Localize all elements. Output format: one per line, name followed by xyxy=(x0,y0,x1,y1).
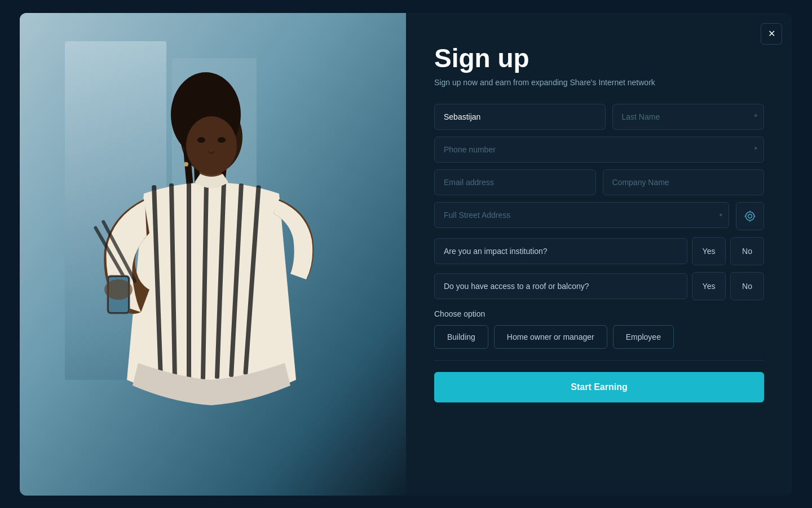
company-input[interactable] xyxy=(603,169,765,195)
close-button[interactable]: ✕ xyxy=(761,23,782,45)
name-row: * xyxy=(434,104,764,130)
option-employee-button[interactable]: Employee xyxy=(613,325,674,349)
email-company-row xyxy=(434,169,764,195)
option-building-button[interactable]: Building xyxy=(434,325,488,349)
svg-point-22 xyxy=(104,279,133,300)
roof-question: Do you have access to a roof or balcony? xyxy=(434,273,687,299)
svg-point-23 xyxy=(184,162,188,167)
first-name-input[interactable] xyxy=(434,104,606,130)
modal-image-panel xyxy=(20,13,406,496)
last-name-wrapper: * xyxy=(612,104,765,130)
phone-input[interactable] xyxy=(434,137,764,163)
svg-point-25 xyxy=(197,137,205,143)
phone-wrapper: * xyxy=(434,137,764,163)
roof-no-button[interactable]: No xyxy=(730,272,764,300)
svg-rect-13 xyxy=(187,182,191,380)
form-title: Sign up xyxy=(434,44,764,73)
option-home-button[interactable]: Home owner or manager xyxy=(494,325,607,349)
choose-option-label: Choose option xyxy=(434,309,764,318)
impact-yes-button[interactable]: Yes xyxy=(692,237,726,265)
location-icon xyxy=(744,211,756,222)
roof-yes-button[interactable]: Yes xyxy=(692,272,726,300)
svg-point-27 xyxy=(748,214,752,218)
form-subtitle: Sign up now and earn from expanding Shar… xyxy=(434,78,764,87)
svg-point-28 xyxy=(746,212,754,221)
impact-question: Are you an impact institution? xyxy=(434,238,687,264)
roof-row: Do you have access to a roof or balcony?… xyxy=(434,272,764,300)
address-input[interactable] xyxy=(434,202,729,228)
modal-form-panel: ✕ Sign up Sign up now and earn from expa… xyxy=(406,13,792,496)
address-row: * xyxy=(434,202,764,230)
impact-row: Are you an impact institution? Yes No xyxy=(434,237,764,265)
svg-point-24 xyxy=(186,116,237,175)
last-name-input[interactable] xyxy=(612,104,765,130)
svg-point-26 xyxy=(218,137,226,143)
email-input[interactable] xyxy=(434,169,596,195)
form-divider xyxy=(434,360,764,361)
last-name-required: * xyxy=(754,112,757,121)
option-buttons-row: Building Home owner or manager Employee xyxy=(434,325,764,349)
close-icon: ✕ xyxy=(768,28,775,39)
address-wrapper: * xyxy=(434,202,729,230)
phone-row: * xyxy=(434,137,764,163)
address-required: * xyxy=(720,212,722,221)
phone-required: * xyxy=(754,145,757,154)
start-earning-button[interactable]: Start Earning xyxy=(434,372,764,402)
impact-no-button[interactable]: No xyxy=(730,237,764,265)
signup-modal: ✕ Sign up Sign up now and earn from expa… xyxy=(20,13,792,496)
location-button[interactable] xyxy=(736,202,764,230)
